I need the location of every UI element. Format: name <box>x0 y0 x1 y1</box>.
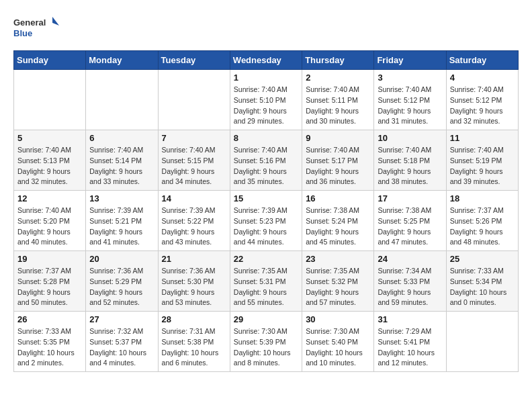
day-cell: 11Sunrise: 7:40 AMSunset: 5:19 PMDayligh… <box>446 130 518 191</box>
svg-text:Blue: Blue <box>13 28 32 38</box>
day-info: Sunrise: 7:40 AMSunset: 5:18 PMDaylight:… <box>378 145 442 187</box>
day-number: 18 <box>450 193 515 203</box>
day-cell: 2Sunrise: 7:40 AMSunset: 5:11 PMDaylight… <box>302 70 374 130</box>
day-number: 19 <box>17 254 82 264</box>
day-cell <box>446 312 518 372</box>
day-number: 22 <box>234 254 298 264</box>
logo-svg: General Blue <box>13 13 60 44</box>
day-cell: 10Sunrise: 7:40 AMSunset: 5:18 PMDayligh… <box>374 130 446 191</box>
day-info: Sunrise: 7:39 AMSunset: 5:23 PMDaylight:… <box>234 205 298 248</box>
day-info: Sunrise: 7:40 AMSunset: 5:20 PMDaylight:… <box>17 205 82 248</box>
day-cell <box>158 70 230 130</box>
day-number: 23 <box>306 254 370 264</box>
week-row-3: 19Sunrise: 7:37 AMSunset: 5:28 PMDayligh… <box>14 251 519 312</box>
day-number: 21 <box>162 254 226 264</box>
day-info: Sunrise: 7:40 AMSunset: 5:16 PMDaylight:… <box>234 145 298 187</box>
day-cell: 16Sunrise: 7:38 AMSunset: 5:24 PMDayligh… <box>302 191 374 251</box>
day-cell: 7Sunrise: 7:40 AMSunset: 5:15 PMDaylight… <box>158 130 230 191</box>
day-number: 31 <box>378 314 442 324</box>
day-cell: 14Sunrise: 7:39 AMSunset: 5:22 PMDayligh… <box>158 191 230 251</box>
day-number: 9 <box>306 133 370 143</box>
day-number: 5 <box>17 133 82 143</box>
day-info: Sunrise: 7:35 AMSunset: 5:31 PMDaylight:… <box>234 266 298 308</box>
day-info: Sunrise: 7:39 AMSunset: 5:21 PMDaylight:… <box>89 205 154 248</box>
day-cell <box>14 70 86 130</box>
header-row: SundayMondayTuesdayWednesdayThursdayFrid… <box>14 51 519 70</box>
day-cell: 8Sunrise: 7:40 AMSunset: 5:16 PMDaylight… <box>230 130 302 191</box>
day-cell: 22Sunrise: 7:35 AMSunset: 5:31 PMDayligh… <box>230 251 302 312</box>
header-cell-saturday: Saturday <box>446 51 518 70</box>
day-number: 10 <box>378 133 442 143</box>
day-number: 29 <box>234 314 298 324</box>
day-info: Sunrise: 7:30 AMSunset: 5:39 PMDaylight:… <box>234 326 298 369</box>
day-info: Sunrise: 7:40 AMSunset: 5:15 PMDaylight:… <box>162 145 226 187</box>
day-info: Sunrise: 7:33 AMSunset: 5:35 PMDaylight:… <box>17 326 82 369</box>
day-cell: 1Sunrise: 7:40 AMSunset: 5:10 PMDaylight… <box>230 70 302 130</box>
day-cell: 21Sunrise: 7:36 AMSunset: 5:30 PMDayligh… <box>158 251 230 312</box>
day-number: 15 <box>234 193 298 203</box>
week-row-4: 26Sunrise: 7:33 AMSunset: 5:35 PMDayligh… <box>14 312 519 372</box>
day-cell: 18Sunrise: 7:37 AMSunset: 5:26 PMDayligh… <box>446 191 518 251</box>
header-cell-monday: Monday <box>86 51 158 70</box>
week-row-2: 12Sunrise: 7:40 AMSunset: 5:20 PMDayligh… <box>14 191 519 251</box>
svg-text:General: General <box>13 17 46 28</box>
day-number: 17 <box>378 193 442 203</box>
day-cell: 20Sunrise: 7:36 AMSunset: 5:29 PMDayligh… <box>86 251 158 312</box>
day-info: Sunrise: 7:40 AMSunset: 5:11 PMDaylight:… <box>306 85 370 127</box>
day-number: 3 <box>378 73 442 83</box>
day-cell <box>86 70 158 130</box>
day-number: 7 <box>162 133 226 143</box>
day-number: 16 <box>306 193 370 203</box>
day-cell: 3Sunrise: 7:40 AMSunset: 5:12 PMDaylight… <box>374 70 446 130</box>
day-number: 11 <box>450 133 515 143</box>
day-cell: 29Sunrise: 7:30 AMSunset: 5:39 PMDayligh… <box>230 312 302 372</box>
day-info: Sunrise: 7:40 AMSunset: 5:12 PMDaylight:… <box>378 85 442 127</box>
day-info: Sunrise: 7:34 AMSunset: 5:33 PMDaylight:… <box>378 266 442 308</box>
day-cell: 4Sunrise: 7:40 AMSunset: 5:12 PMDaylight… <box>446 70 518 130</box>
header-cell-tuesday: Tuesday <box>158 51 230 70</box>
header-cell-thursday: Thursday <box>302 51 374 70</box>
day-cell: 23Sunrise: 7:35 AMSunset: 5:32 PMDayligh… <box>302 251 374 312</box>
day-number: 14 <box>162 193 226 203</box>
day-number: 27 <box>89 314 154 324</box>
day-cell: 28Sunrise: 7:31 AMSunset: 5:38 PMDayligh… <box>158 312 230 372</box>
header-cell-sunday: Sunday <box>14 51 86 70</box>
logo: General Blue <box>13 13 60 44</box>
day-cell: 15Sunrise: 7:39 AMSunset: 5:23 PMDayligh… <box>230 191 302 251</box>
day-number: 13 <box>89 193 154 203</box>
day-cell: 19Sunrise: 7:37 AMSunset: 5:28 PMDayligh… <box>14 251 86 312</box>
day-number: 30 <box>306 314 370 324</box>
day-cell: 27Sunrise: 7:32 AMSunset: 5:37 PMDayligh… <box>86 312 158 372</box>
day-info: Sunrise: 7:40 AMSunset: 5:12 PMDaylight:… <box>450 85 515 127</box>
svg-marker-2 <box>52 17 59 26</box>
day-number: 24 <box>378 254 442 264</box>
day-info: Sunrise: 7:37 AMSunset: 5:26 PMDaylight:… <box>450 205 515 248</box>
day-info: Sunrise: 7:39 AMSunset: 5:22 PMDaylight:… <box>162 205 226 248</box>
day-number: 25 <box>450 254 515 264</box>
day-info: Sunrise: 7:40 AMSunset: 5:13 PMDaylight:… <box>17 145 82 187</box>
day-number: 4 <box>450 73 515 83</box>
day-info: Sunrise: 7:29 AMSunset: 5:41 PMDaylight:… <box>378 326 442 369</box>
day-info: Sunrise: 7:40 AMSunset: 5:19 PMDaylight:… <box>450 145 515 187</box>
day-cell: 24Sunrise: 7:34 AMSunset: 5:33 PMDayligh… <box>374 251 446 312</box>
header-cell-friday: Friday <box>374 51 446 70</box>
day-number: 2 <box>306 73 370 83</box>
day-info: Sunrise: 7:31 AMSunset: 5:38 PMDaylight:… <box>162 326 226 369</box>
day-info: Sunrise: 7:30 AMSunset: 5:40 PMDaylight:… <box>306 326 370 369</box>
day-info: Sunrise: 7:32 AMSunset: 5:37 PMDaylight:… <box>89 326 154 369</box>
day-cell: 26Sunrise: 7:33 AMSunset: 5:35 PMDayligh… <box>14 312 86 372</box>
day-info: Sunrise: 7:36 AMSunset: 5:29 PMDaylight:… <box>89 266 154 308</box>
day-cell: 30Sunrise: 7:30 AMSunset: 5:40 PMDayligh… <box>302 312 374 372</box>
day-info: Sunrise: 7:38 AMSunset: 5:25 PMDaylight:… <box>378 205 442 248</box>
week-row-1: 5Sunrise: 7:40 AMSunset: 5:13 PMDaylight… <box>14 130 519 191</box>
day-number: 6 <box>89 133 154 143</box>
day-number: 26 <box>17 314 82 324</box>
day-cell: 25Sunrise: 7:33 AMSunset: 5:34 PMDayligh… <box>446 251 518 312</box>
day-info: Sunrise: 7:40 AMSunset: 5:10 PMDaylight:… <box>234 85 298 127</box>
day-info: Sunrise: 7:36 AMSunset: 5:30 PMDaylight:… <box>162 266 226 308</box>
day-number: 8 <box>234 133 298 143</box>
day-cell: 6Sunrise: 7:40 AMSunset: 5:14 PMDaylight… <box>86 130 158 191</box>
day-info: Sunrise: 7:38 AMSunset: 5:24 PMDaylight:… <box>306 205 370 248</box>
day-number: 28 <box>162 314 226 324</box>
day-info: Sunrise: 7:33 AMSunset: 5:34 PMDaylight:… <box>450 266 515 308</box>
